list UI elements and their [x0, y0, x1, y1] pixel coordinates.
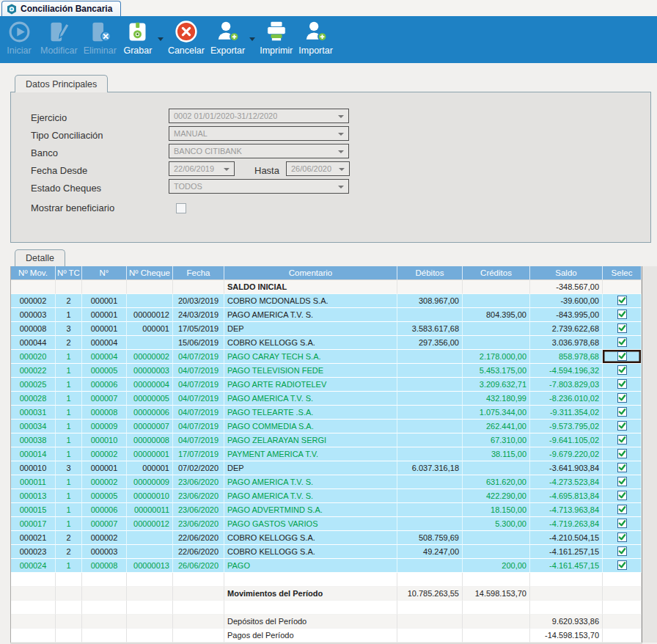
cancelar-button[interactable]: Cancelar [165, 18, 208, 56]
cell-selec [603, 280, 642, 294]
tipo-conciliacion-dropdown[interactable]: MANUAL [169, 126, 349, 141]
table-row[interactable]: 00001110000020000000923/06/2020PAGO AMER… [11, 475, 642, 489]
table-row[interactable]: 00001510000060000001123/06/2020PAGO ADVE… [11, 503, 642, 517]
mostrar-beneficiario-checkbox[interactable] [176, 203, 186, 213]
cell-saldo: 9.620.933,86 [530, 615, 603, 629]
cell-deb [397, 629, 463, 643]
cell-n: 000001 [82, 294, 127, 308]
row-checkbox[interactable] [617, 505, 627, 514]
row-checkbox[interactable] [617, 407, 627, 417]
table-row[interactable]: 00002210000050000000304/07/2019PAGO TELE… [11, 364, 642, 378]
row-checkbox[interactable] [617, 449, 627, 458]
row-checkbox[interactable] [617, 379, 627, 389]
ejercicio-value: 0002 01/01/2020-31/12/2020 [174, 111, 277, 120]
table-row[interactable]: 00001410000020000000117/07/2019PAYMENT A… [11, 447, 642, 461]
table-row[interactable]: 000002200000120/03/2019COBRO MCDONALDS S… [11, 294, 642, 308]
table-row[interactable]: 00002010000040000000204/07/2019PAGO CARA… [11, 350, 642, 364]
table-row[interactable]: 00002410000080000001326/06/2020PAGO200,0… [11, 559, 642, 573]
cell-mov: 000034 [11, 420, 56, 433]
cell-deb [397, 350, 463, 364]
fecha-hasta-dropdown[interactable]: 26/06/2020 [286, 161, 350, 176]
cell-mov [11, 587, 56, 601]
mostrar-beneficiario-label: Mostrar beneficiario [31, 201, 114, 216]
toolbar-button-label: Imprimir [260, 45, 293, 56]
row-checkbox[interactable] [617, 337, 627, 347]
cell-mov [11, 280, 56, 294]
iniciar-button[interactable]: Iniciar [1, 18, 37, 56]
cell-saldo: -7.803.829,03 [530, 378, 603, 392]
importar-button[interactable]: Importar [296, 18, 336, 56]
banco-dropdown[interactable]: BANCO CITIBANK [169, 144, 349, 158]
row-checkbox[interactable] [617, 463, 627, 472]
cell-cred [463, 461, 530, 475]
cell-comentario: PAGO COMMEDIA S.A. [224, 420, 397, 433]
table-row[interactable]: 00000310000010000001224/03/2019PAGO AMER… [11, 308, 642, 322]
row-checkbox[interactable] [617, 365, 627, 375]
grid-header-row: Nº Mov.Nº TCN°Nº ChequeFechaComentarioDé… [11, 266, 642, 280]
conciliacion-bancaria-window: Conciliación Bancaria IniciarModificarEl… [0, 0, 657, 644]
table-row[interactable]: 00003810000100000000804/07/2019PAGO ZELA… [11, 433, 642, 447]
row-checkbox[interactable] [617, 435, 627, 444]
table-row[interactable]: 000023200000322/06/2020COBRO KELLOGG S.A… [11, 545, 642, 559]
cell-cheque [127, 531, 173, 545]
grabar-button[interactable]: Grabar [120, 18, 156, 56]
cell-tc: 1 [56, 517, 82, 531]
cell-saldo: -348.567,00 [530, 280, 603, 294]
vertical-scrollbar[interactable] [642, 266, 657, 643]
table-row[interactable]: 00001710000070000001223/06/2020PAGO GAST… [11, 517, 642, 531]
table-row[interactable]: 00001310000050000001023/06/2020PAGO AMER… [11, 489, 642, 503]
cell-comentario: COBRO KELLOGG S.A. [224, 336, 397, 350]
table-row[interactable]: 00003410000090000000704/07/2019PAGO COMM… [11, 420, 642, 433]
table-row[interactable]: 000044200000415/06/2019COBRO KELLOGG S.A… [11, 336, 642, 350]
table-row[interactable]: 00003110000080000000604/07/2019PAGO TELE… [11, 406, 642, 420]
table-row[interactable]: 00002510000060000000404/07/2019PAGO ARTE… [11, 378, 642, 392]
table-row[interactable]: 000021200000222/06/2020COBRO KELLOGG S.A… [11, 531, 642, 545]
tab-datos-principales[interactable]: Datos Principales [15, 75, 108, 92]
window-tab-strip: Conciliación Bancaria [0, 0, 657, 16]
export-icon [216, 18, 241, 45]
row-checkbox[interactable] [617, 351, 627, 361]
cell-cred [463, 629, 530, 643]
row-checkbox[interactable] [617, 546, 627, 556]
exportar-button[interactable]: Exportar [208, 18, 248, 56]
cell-deb: 3.583.617,68 [397, 322, 463, 336]
empty-row [11, 601, 642, 615]
cell-mov: 000011 [11, 475, 56, 489]
print-icon [264, 18, 289, 45]
row-checkbox[interactable] [617, 421, 627, 431]
modificar-button[interactable]: Modificar [37, 18, 81, 56]
imprimir-button[interactable]: Imprimir [257, 18, 296, 56]
column-header-1: Nº TC [56, 266, 82, 280]
cell-tc: 2 [56, 531, 82, 545]
cell-selec [603, 322, 642, 336]
row-checkbox[interactable] [617, 519, 627, 528]
chevron-down-icon [338, 150, 344, 153]
row-checkbox[interactable] [617, 310, 627, 319]
table-row[interactable]: 00002810000070000000504/07/2019PAGO AMER… [11, 392, 642, 406]
row-checkbox[interactable] [617, 533, 627, 542]
exportar-dropdown-caret[interactable] [248, 37, 257, 41]
cell-cheque: 00000007 [127, 420, 173, 433]
grabar-dropdown-caret[interactable] [156, 37, 165, 41]
eliminar-button[interactable]: Eliminar [81, 18, 120, 56]
cell-deb: 10.785.263,55 [397, 587, 463, 601]
row-checkbox[interactable] [617, 323, 627, 333]
toolbar-button-label: Eliminar [84, 45, 117, 56]
table-row[interactable]: 000008300000100000117/05/2019DEP3.583.61… [11, 322, 642, 336]
estado-cheques-dropdown[interactable]: TODOS [169, 179, 349, 194]
ejercicio-dropdown[interactable]: 0002 01/01/2020-31/12/2020 [169, 109, 349, 123]
row-checkbox[interactable] [617, 296, 627, 305]
row-checkbox[interactable] [617, 393, 627, 403]
row-checkbox[interactable] [617, 477, 627, 486]
tab-detalle[interactable]: Detalle [15, 249, 65, 266]
cell-comentario: PAGO ZELARAYAN SERGI [224, 433, 397, 447]
cell-cheque: 00000009 [127, 475, 173, 489]
window-tab[interactable]: Conciliación Bancaria [1, 1, 121, 16]
fecha-desde-dropdown[interactable]: 22/06/2019 [169, 161, 235, 176]
cell-comentario: PAGO AMERICA T.V. S. [224, 475, 397, 489]
row-checkbox[interactable] [617, 560, 627, 570]
cell-cheque [127, 573, 173, 587]
table-row[interactable]: 000010300000100000107/02/2020DEP6.037.31… [11, 461, 642, 475]
cell-cred [463, 573, 530, 587]
row-checkbox[interactable] [617, 491, 627, 500]
